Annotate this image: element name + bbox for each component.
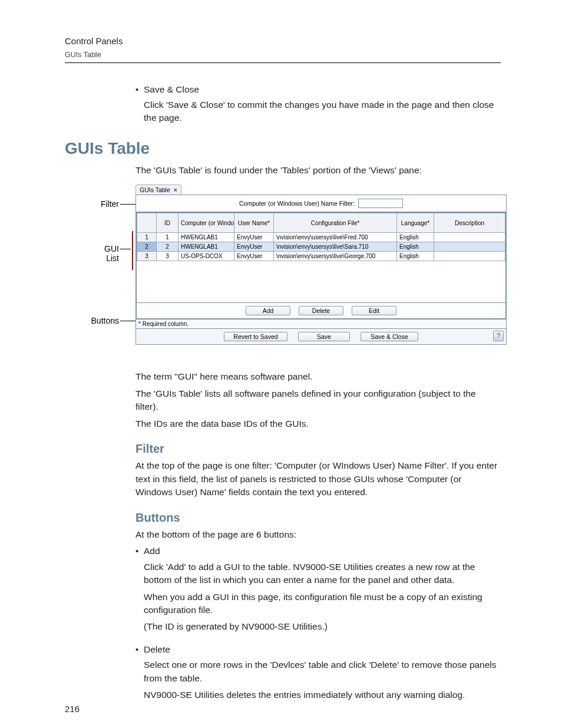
heading-filter: Filter bbox=[135, 442, 501, 456]
bullet-icon: • bbox=[135, 643, 144, 706]
col-config-file[interactable]: Configuration File* bbox=[274, 213, 397, 233]
after-fig-p3: The IDs are the data base IDs of the GUI… bbox=[135, 417, 501, 430]
delete-button[interactable]: Delete bbox=[299, 306, 343, 315]
edit-button[interactable]: Edit bbox=[352, 306, 396, 315]
after-fig-p2: The 'GUIs Table' lists all software pane… bbox=[135, 387, 501, 414]
save-close-button[interactable]: Save & Close bbox=[361, 332, 418, 341]
app-window: GUIs Table × Computer (or Windows User) … bbox=[135, 183, 507, 345]
col-blank bbox=[137, 213, 157, 233]
col-description[interactable]: Description bbox=[434, 213, 505, 233]
required-note: * Required column. bbox=[136, 319, 506, 328]
callout-filter: Filter bbox=[65, 199, 119, 209]
table-row[interactable]: 3 3 US-OPS-DCOX EnvyUser \nvision\envy\u… bbox=[137, 252, 505, 261]
heading-buttons: Buttons bbox=[135, 511, 501, 525]
bullet-delete-p2: NV9000-SE Utilities deletes the entries … bbox=[144, 689, 501, 701]
table-row[interactable]: 2 2 HWENGLAB1 EnvyUser \nvision\envy\use… bbox=[137, 242, 505, 252]
bullet-add-p1: Click 'Add' to add a GUI to the table. N… bbox=[144, 561, 501, 587]
buttons-intro: At the bottom of the page are 6 buttons: bbox=[135, 528, 501, 541]
figure-guis-table: Filter GUI List Buttons GUIs Table × Com… bbox=[65, 183, 501, 360]
bullet-icon: • bbox=[135, 83, 144, 129]
filter-label: Computer (or Windows User) Name Filter: bbox=[239, 200, 355, 207]
revert-button[interactable]: Revert to Saved bbox=[224, 332, 287, 341]
after-fig-p1: The term "GUI" here means software panel… bbox=[135, 370, 501, 383]
callout-gui-list-2: List bbox=[65, 253, 119, 263]
bullet-save-close-desc: Click 'Save & Close' to commit the chang… bbox=[144, 98, 501, 125]
bullet-add-p2: When you add a GUI in this page, its con… bbox=[144, 591, 501, 617]
tab-guis-table[interactable]: GUIs Table × bbox=[135, 185, 181, 195]
table-row[interactable]: 1 1 HWENGLAB1 EnvyUser \nvision\envy\use… bbox=[137, 233, 505, 242]
add-button[interactable]: Add bbox=[246, 306, 290, 315]
running-header-title: Control Panels bbox=[65, 35, 501, 47]
bullet-delete-label: Delete bbox=[144, 644, 170, 654]
save-button[interactable]: Save bbox=[298, 332, 350, 341]
col-computer-name[interactable]: Computer (or Windows User) Name* bbox=[178, 213, 234, 233]
guis-grid: ID Computer (or Windows User) Name* User… bbox=[137, 213, 505, 261]
bullet-icon: • bbox=[135, 545, 144, 637]
intro-paragraph: The 'GUIs Table' is found under the 'Tab… bbox=[135, 164, 501, 177]
heading-guis-table: GUIs Table bbox=[65, 139, 501, 158]
help-icon[interactable]: ? bbox=[493, 331, 504, 341]
col-user-name[interactable]: User Name* bbox=[234, 213, 274, 233]
bullet-add-p3: (The ID is generated by NV9000-SE Utilit… bbox=[144, 620, 501, 633]
bullet-delete-p1: Select one or more rows in the 'Devlces'… bbox=[144, 658, 501, 685]
bullet-save-close-label: Save & Close bbox=[144, 84, 199, 94]
close-icon[interactable]: × bbox=[174, 186, 177, 193]
filter-input[interactable] bbox=[358, 199, 403, 208]
col-language[interactable]: Language* bbox=[397, 213, 434, 233]
bullet-add-label: Add bbox=[144, 546, 160, 556]
running-header-subtitle: GUIs Table bbox=[65, 51, 501, 59]
grid-empty-area bbox=[137, 261, 505, 302]
callout-gui-list-1: GUI bbox=[65, 244, 119, 253]
header-rule bbox=[65, 62, 501, 63]
tab-label: GUIs Table bbox=[140, 186, 170, 193]
callout-buttons: Buttons bbox=[65, 316, 119, 325]
col-id[interactable]: ID bbox=[157, 213, 178, 233]
filter-paragraph: At the top of the page is one filter: 'C… bbox=[135, 459, 501, 499]
page-number: 216 bbox=[65, 704, 80, 714]
